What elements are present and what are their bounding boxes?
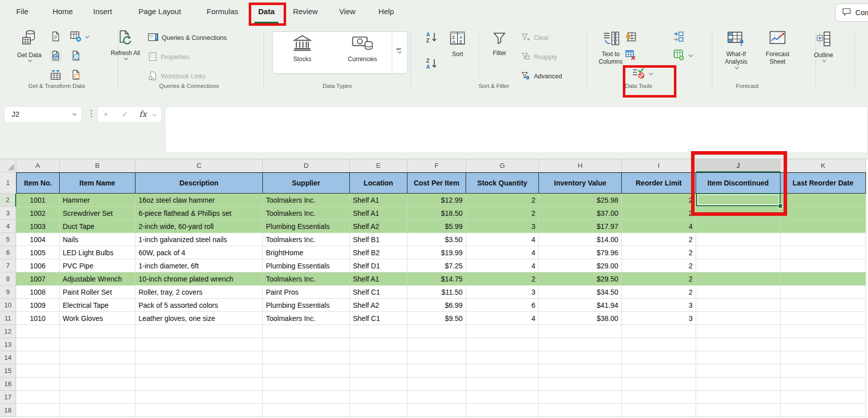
cell-K2[interactable]	[781, 194, 866, 207]
cell-F4[interactable]: $5.99	[407, 220, 466, 233]
menu-tab-view[interactable]: View	[339, 7, 355, 16]
row-header-2[interactable]: 2	[0, 194, 16, 207]
cell-K6[interactable]	[781, 246, 866, 259]
currencies-button[interactable]: Currencies	[343, 34, 382, 63]
cell-J15[interactable]	[696, 364, 781, 378]
flash-fill-button[interactable]	[624, 32, 636, 44]
cell-J3[interactable]	[696, 207, 781, 220]
cell-D18[interactable]	[263, 404, 350, 417]
cell-H13[interactable]	[539, 338, 622, 351]
cell-B11[interactable]: Work Gloves	[60, 312, 135, 325]
row-header-18[interactable]: 18	[0, 404, 16, 417]
cell-G3[interactable]: 2	[466, 207, 539, 220]
get-data-button[interactable]: Get Data	[14, 29, 44, 62]
from-picture-button[interactable]	[70, 31, 82, 43]
fill-handle[interactable]	[778, 204, 783, 208]
header-cell-G1[interactable]: Stock Quantity	[466, 172, 539, 194]
cell-E18[interactable]	[350, 404, 407, 417]
workbook-links-button[interactable]: Workbook Links	[148, 70, 206, 82]
cell-A15[interactable]	[16, 364, 60, 378]
column-header-B[interactable]: B	[60, 159, 135, 172]
cell-E9[interactable]: Shelf C1	[350, 286, 407, 299]
row-header-11[interactable]: 11	[0, 312, 16, 325]
cell-J11[interactable]	[696, 312, 781, 325]
from-table-range-button[interactable]	[50, 70, 62, 82]
cell-A12[interactable]	[16, 325, 60, 338]
row-header-10[interactable]: 10	[0, 299, 16, 312]
cell-H5[interactable]: $14.00	[539, 233, 622, 246]
cell-K16[interactable]	[781, 378, 866, 391]
cell-I18[interactable]	[622, 404, 696, 417]
cell-C16[interactable]	[135, 378, 263, 391]
column-header-K[interactable]: K	[781, 159, 866, 172]
column-header-D[interactable]: D	[263, 159, 350, 172]
cell-K3[interactable]	[781, 207, 866, 220]
cell-G16[interactable]	[466, 378, 539, 391]
cell-D16[interactable]	[263, 378, 350, 391]
cell-G13[interactable]	[466, 338, 539, 351]
cell-F16[interactable]	[407, 378, 466, 391]
cell-K5[interactable]	[781, 233, 866, 246]
enter-icon[interactable]: ✓	[122, 110, 128, 119]
cell-A3[interactable]: 1002	[16, 207, 60, 220]
row-header-1[interactable]: 1	[0, 172, 16, 194]
cell-G8[interactable]: 2	[466, 272, 539, 286]
column-header-G[interactable]: G	[466, 159, 539, 172]
cell-E16[interactable]	[350, 378, 407, 391]
cell-B16[interactable]	[60, 378, 135, 391]
cell-K18[interactable]	[781, 404, 866, 417]
cell-F8[interactable]: $14.75	[407, 272, 466, 286]
cell-A11[interactable]: 1010	[16, 312, 60, 325]
cell-B3[interactable]: Screwdriver Set	[60, 207, 135, 220]
header-cell-F1[interactable]: Cost Per Item	[407, 172, 466, 194]
cell-D12[interactable]	[263, 325, 350, 338]
cell-E11[interactable]: Shelf C1	[350, 312, 407, 325]
remove-duplicates-button[interactable]	[624, 50, 636, 62]
cell-B15[interactable]	[60, 364, 135, 378]
cell-I13[interactable]	[622, 338, 696, 351]
cell-E5[interactable]: Shelf B1	[350, 233, 407, 246]
cell-D15[interactable]	[263, 364, 350, 378]
cell-D8[interactable]: Toolmakers Inc.	[263, 272, 350, 286]
cell-K10[interactable]	[781, 299, 866, 312]
cell-F9[interactable]: $11.50	[407, 286, 466, 299]
row-header-17[interactable]: 17	[0, 391, 16, 404]
cell-J10[interactable]	[696, 299, 781, 312]
cell-C18[interactable]	[135, 404, 263, 417]
cell-F3[interactable]: $18.50	[407, 207, 466, 220]
cell-J16[interactable]	[696, 378, 781, 391]
existing-connections-button[interactable]	[70, 70, 82, 82]
cell-G11[interactable]: 4	[466, 312, 539, 325]
cell-F5[interactable]: $3.50	[407, 233, 466, 246]
header-cell-E1[interactable]: Location	[350, 172, 407, 194]
cell-I16[interactable]	[622, 378, 696, 391]
cancel-icon[interactable]: ×	[104, 110, 108, 118]
cell-H14[interactable]	[539, 351, 622, 364]
cell-E2[interactable]: Shelf A1	[350, 194, 407, 207]
cell-K11[interactable]	[781, 312, 866, 325]
column-header-C[interactable]: C	[135, 159, 263, 172]
cell-J13[interactable]	[696, 338, 781, 351]
forecast-sheet-button[interactable]: Forecast Sheet	[759, 30, 796, 66]
cell-K8[interactable]	[781, 272, 866, 286]
cell-C15[interactable]	[135, 364, 263, 378]
cell-B17[interactable]	[60, 391, 135, 404]
menu-tab-review[interactable]: Review	[293, 7, 317, 16]
cell-H4[interactable]: $17.97	[539, 220, 622, 233]
cell-H3[interactable]: $37.00	[539, 207, 622, 220]
cell-D13[interactable]	[263, 338, 350, 351]
cell-K7[interactable]	[781, 259, 866, 272]
cell-D7[interactable]: Plumbing Essentials	[263, 259, 350, 272]
cell-E8[interactable]: Shelf A1	[350, 272, 407, 286]
cell-J8[interactable]	[696, 272, 781, 286]
cell-I11[interactable]: 3	[622, 312, 696, 325]
row-header-5[interactable]: 5	[0, 233, 16, 246]
properties-button[interactable]: Properties	[148, 51, 190, 63]
cell-D2[interactable]: Toolmakers Inc.	[263, 194, 350, 207]
cell-J17[interactable]	[696, 391, 781, 404]
insert-function-icon[interactable]: fx	[139, 109, 147, 119]
cell-C13[interactable]	[135, 338, 263, 351]
cell-G10[interactable]: 6	[466, 299, 539, 312]
cell-D5[interactable]: Toolmakers Inc.	[263, 233, 350, 246]
cell-H6[interactable]: $79.96	[539, 246, 622, 259]
